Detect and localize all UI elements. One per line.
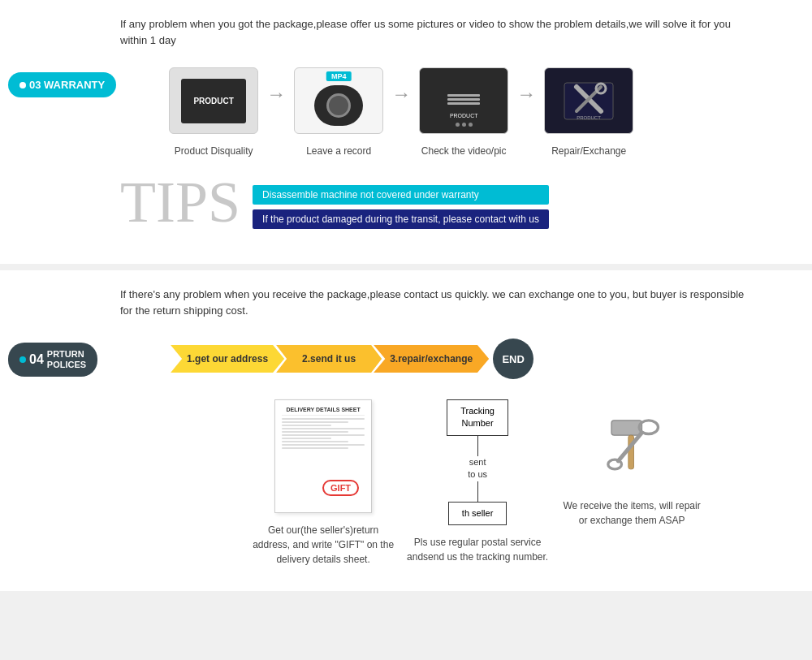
repair-tools-svg: PRODUCT — [560, 79, 617, 123]
sent-label: sentto us — [468, 456, 487, 481]
step-check-video: PRODUCT Check the video/pic — [415, 64, 512, 157]
line-1 — [282, 418, 365, 420]
return-badge-dot — [19, 356, 26, 363]
col1-desc: Get our(the seller's)return address, and… — [250, 523, 396, 567]
camera-body — [314, 85, 363, 126]
process-step-3: 3.repair/exchange — [374, 345, 489, 373]
svg-point-9 — [608, 459, 622, 469]
arrow-2: → — [391, 83, 411, 106]
svg-rect-5 — [611, 421, 642, 435]
sheet-lines — [282, 418, 365, 449]
seller-label: th seller — [462, 508, 494, 518]
return-badge-num: 04 — [29, 352, 44, 367]
sheet-title: DELIVERY DETAILS SHEET — [282, 407, 365, 416]
process-steps: 1.get our address 2.send it us 3.repair/… — [171, 339, 705, 379]
return-content: 04 PRTURNPOLICES 1.get our address 2.sen… — [0, 334, 812, 567]
product-icon: PRODUCT — [169, 67, 258, 134]
line-9 — [282, 444, 365, 446]
arrow-3: → — [516, 83, 536, 106]
product-screen: PRODUCT — [181, 79, 246, 123]
mp4-badge: MP4 — [326, 71, 352, 81]
return-main: 1.get our address 2.send it us 3.repair/… — [130, 334, 705, 567]
video-label-sm: PRODUCT — [450, 113, 478, 119]
camera-icon: MP4 — [294, 67, 383, 134]
tools-icon — [583, 399, 680, 489]
badge-dot — [19, 82, 26, 88]
line-8 — [282, 441, 348, 442]
line-10 — [282, 447, 348, 449]
video-line-2 — [447, 98, 480, 101]
step-label-2: Leave a record — [306, 145, 371, 157]
repair-icon-container: PRODUCT — [540, 64, 637, 137]
col3-desc: We receive the items, will repair or exc… — [559, 498, 705, 528]
video-dots — [456, 123, 473, 127]
product-icon-wrap: PRODUCT — [165, 64, 262, 137]
video-dot-2 — [462, 123, 466, 127]
warranty-content: 03 WARRANTY PRODUCT Product Disquality → — [0, 64, 812, 157]
return-col-1: DELIVERY DETAILS SHEET — [250, 399, 396, 567]
gift-badge: GIFT — [322, 480, 359, 496]
step-label-1: Product Disquality — [175, 145, 253, 157]
warranty-badge: 03 WARRANTY — [8, 72, 116, 97]
line-7 — [282, 438, 331, 439]
line-4 — [282, 428, 365, 429]
end-circle: END — [493, 339, 533, 379]
svg-text:PRODUCT: PRODUCT — [577, 115, 601, 120]
product-screen-text: PRODUCT — [193, 97, 233, 106]
col2-desc: Pls use regular postal service andsend u… — [404, 535, 551, 564]
tracking-title: TrackingNumber — [460, 406, 495, 428]
delivery-sheet: DELIVERY DETAILS SHEET — [274, 399, 372, 513]
tracking-number-box: TrackingNumber — [447, 399, 508, 436]
video-lines — [447, 94, 480, 105]
tools-svg — [591, 408, 672, 481]
return-bottom: DELIVERY DETAILS SHEET — [250, 399, 705, 567]
tips-title: TIPS — [120, 173, 240, 231]
line-3 — [282, 425, 331, 426]
line-2 — [282, 421, 348, 423]
return-badge-text: PRTURNPOLICES — [47, 349, 86, 370]
tracking-diagram: TrackingNumber sentto us th seller — [447, 399, 508, 525]
repair-icon: PRODUCT — [544, 67, 633, 134]
step-product-disquality: PRODUCT Product Disquality — [165, 64, 262, 157]
return-badge: 04 PRTURNPOLICES — [8, 343, 97, 377]
step-repair: PRODUCT Repair/Exchange — [540, 64, 637, 157]
tip-box-2: If the product damaged during the transi… — [253, 209, 549, 229]
arrow-1: → — [266, 83, 286, 106]
main-container: If any problem when you got the package,… — [0, 0, 812, 591]
track-line-2 — [477, 481, 478, 502]
step-leave-record: MP4 Leave a record — [290, 64, 387, 157]
video-line-1 — [447, 94, 480, 97]
video-icon-container: PRODUCT — [415, 64, 512, 137]
video-dot-3 — [469, 123, 473, 127]
line-5 — [282, 431, 348, 433]
warranty-badge-text: 03 WARRANTY — [29, 79, 105, 91]
line-6 — [282, 434, 365, 436]
process-step-2: 2.send it us — [276, 345, 382, 373]
return-section: If there's any problem when you receive … — [0, 270, 812, 591]
return-col-2: TrackingNumber sentto us th seller Pls u… — [404, 399, 551, 567]
return-col-3: We receive the items, will repair or exc… — [559, 399, 705, 567]
seller-box: th seller — [448, 502, 508, 525]
step-label-4: Repair/Exchange — [551, 145, 626, 157]
tip-box-1: Disassemble machine not covered under wa… — [253, 185, 549, 205]
video-icon: PRODUCT — [419, 67, 508, 134]
tips-boxes: Disassemble machine not covered under wa… — [253, 185, 549, 229]
tips-section: TIPS Disassemble machine not covered und… — [120, 173, 812, 231]
track-line-1 — [477, 436, 478, 456]
warranty-steps: PRODUCT Product Disquality → MP4 — [165, 64, 812, 157]
warranty-intro: If any problem when you got the package,… — [120, 16, 754, 48]
return-intro: If there's any problem when you receive … — [120, 287, 754, 318]
video-line-3 — [447, 102, 480, 105]
camera-icon-container: MP4 — [290, 64, 387, 137]
video-dot-1 — [456, 123, 460, 127]
process-step-1: 1.get our address — [171, 345, 284, 373]
warranty-section: If any problem when you got the package,… — [0, 0, 812, 264]
step-label-3: Check the video/pic — [421, 145, 507, 157]
camera-lens — [326, 93, 351, 118]
